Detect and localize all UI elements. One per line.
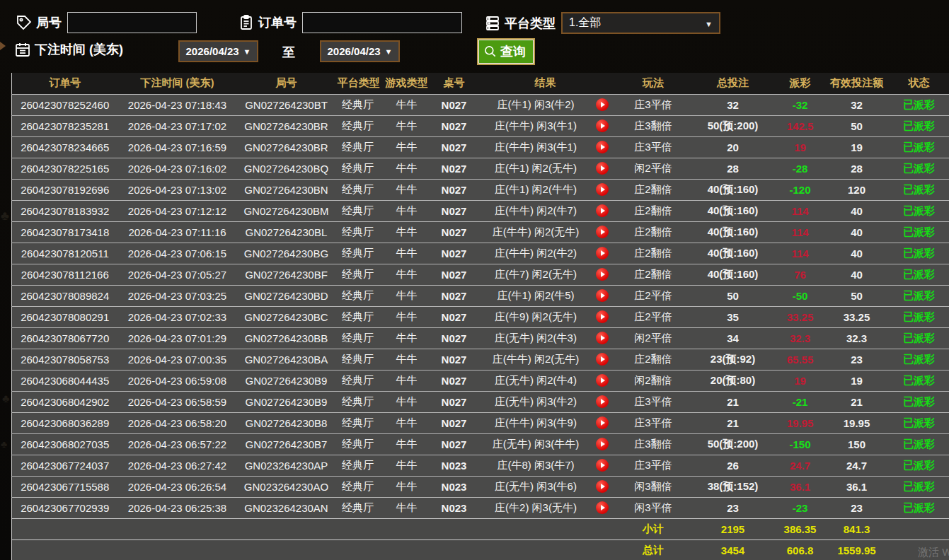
records-table: 订单号 下注时间 (美东) 局号 平台类型 游戏类型 桌号 结果 玩法 总投注 … — [11, 73, 949, 560]
table-no-cell: N027 — [434, 370, 475, 391]
table-no-cell: N027 — [434, 179, 475, 200]
valid-bet-cell: 40 — [825, 221, 889, 243]
payout-cell: 65.55 — [776, 349, 825, 370]
play-video-icon[interactable] — [596, 416, 609, 429]
date-from-picker[interactable]: 2026/04/23▼ — [178, 40, 258, 62]
game-type-cell: 牛牛 — [380, 391, 434, 412]
total-bet-cell: 38(预:152) — [691, 476, 776, 497]
game-type-cell: 牛牛 — [380, 221, 434, 243]
play-video-icon[interactable] — [596, 226, 609, 238]
play-video-icon[interactable] — [596, 501, 609, 514]
play-video-icon[interactable] — [596, 459, 609, 472]
order-id-cell: 260423067715588 — [12, 476, 118, 497]
status-badge: 已派彩 — [889, 179, 949, 200]
table-no-cell: N023 — [434, 455, 475, 476]
table-no-cell: N027 — [434, 264, 475, 285]
table-no-cell: N027 — [434, 327, 475, 349]
play-video-icon[interactable] — [596, 480, 609, 493]
bet-time-cell: 2026-04-23 06:57:22 — [118, 433, 237, 455]
platform-cell: 经典厅 — [336, 221, 380, 243]
game-type-cell: 牛牛 — [380, 433, 434, 455]
play-video-icon[interactable] — [596, 395, 609, 408]
status-badge: 已派彩 — [889, 243, 949, 264]
play-type-cell: 庄2翻倍 — [616, 221, 691, 243]
play-video-icon[interactable] — [596, 119, 609, 132]
table-row: 260423078192696 2026-04-23 07:13:02 GN02… — [12, 179, 949, 200]
platform-type-select[interactable]: 1.全部 ▼ — [561, 12, 720, 34]
game-type-cell: 牛牛 — [380, 285, 434, 306]
play-video-icon[interactable] — [596, 141, 609, 153]
round-id-input[interactable] — [67, 12, 197, 33]
table-row: 260423078112166 2026-04-23 07:05:27 GN02… — [12, 264, 949, 285]
platform-type-selected-value: 1.全部 — [569, 16, 601, 30]
play-video-icon[interactable] — [596, 289, 609, 302]
col-header-order-id: 订单号 — [12, 73, 118, 94]
play-video-icon[interactable] — [596, 332, 609, 344]
order-id-cell: 260423078252460 — [12, 94, 118, 115]
game-type-cell: 牛牛 — [380, 179, 434, 200]
table-no-cell: N023 — [434, 476, 475, 497]
play-video-icon[interactable] — [596, 183, 609, 196]
play-video-icon[interactable] — [596, 268, 609, 281]
valid-bet-cell: 32 — [825, 94, 889, 115]
status-badge: 已派彩 — [889, 391, 949, 412]
play-video-icon[interactable] — [596, 247, 609, 259]
play-video-icon[interactable] — [596, 162, 609, 175]
tag-icon — [16, 14, 33, 31]
play-type-cell: 闲2平倍 — [616, 158, 691, 179]
bet-time-cell: 2026-04-23 07:00:35 — [118, 349, 237, 370]
total-bet-cell: 32 — [691, 94, 776, 115]
payout-cell: -23 — [776, 497, 825, 518]
order-id-input[interactable] — [302, 12, 462, 33]
col-header-platform: 平台类型 — [336, 73, 380, 94]
play-video-icon[interactable] — [596, 438, 609, 450]
round-id-cell: GN027264230BD — [237, 285, 336, 306]
total-payout: 606.8 — [776, 539, 825, 560]
valid-bet-cell: 40 — [825, 243, 889, 264]
round-id-cell: GN027264230BN — [237, 179, 336, 200]
order-id-label: 订单号 — [258, 14, 297, 31]
table-row: 260423068044435 2026-04-23 06:59:08 GN02… — [12, 370, 949, 391]
subtotal-row: 小计 2195 386.35 841.3 — [12, 518, 949, 539]
order-id-cell: 260423078089824 — [12, 285, 118, 306]
play-type-cell: 闲2翻倍 — [616, 370, 691, 391]
round-id-cell: GN027264230BA — [237, 349, 336, 370]
play-video-icon[interactable] — [596, 374, 609, 387]
round-id-cell: GN027264230B8 — [237, 412, 336, 433]
result-text: 庄(无牛) 闲2(牛3) — [476, 332, 596, 345]
date-to-picker[interactable]: 2026/04/23▼ — [320, 40, 400, 62]
play-video-icon[interactable] — [596, 98, 609, 111]
total-row: 总计 3454 606.8 1559.95 — [12, 539, 949, 560]
table-no-cell: N027 — [434, 306, 475, 327]
valid-bet-cell: 120 — [825, 179, 889, 200]
play-type-cell: 庄3平倍 — [616, 412, 691, 433]
play-video-icon[interactable] — [596, 310, 609, 323]
payout-cell: 114 — [776, 221, 825, 243]
status-badge: 已派彩 — [889, 200, 949, 221]
bet-time-cell: 2026-04-23 07:11:16 — [118, 221, 237, 243]
col-header-play-type: 玩法 — [616, 73, 691, 94]
total-bet-cell: 21 — [691, 391, 776, 412]
result-text: 庄(无牛) 闲3(牛6) — [476, 480, 596, 494]
valid-bet-cell: 19 — [825, 136, 889, 158]
order-filter-group: 订单号 — [238, 12, 462, 33]
table-row: 260423068042902 2026-04-23 06:58:59 GN02… — [12, 391, 949, 412]
play-type-cell: 闲3翻倍 — [616, 476, 691, 497]
payout-cell: 24.7 — [776, 455, 825, 476]
table-no-cell: N023 — [434, 497, 475, 518]
platform-cell: 经典厅 — [336, 200, 380, 221]
total-bet-cell: 23(预:92) — [691, 349, 776, 370]
platform-cell: 经典厅 — [336, 94, 380, 115]
platform-type-icon — [484, 15, 501, 32]
table-row: 260423078235281 2026-04-23 07:17:02 GN02… — [12, 115, 949, 136]
game-type-cell: 牛牛 — [380, 158, 434, 179]
query-button[interactable]: 查询 — [478, 40, 534, 64]
round-id-cell: GN027264230BM — [237, 200, 336, 221]
table-row: 260423078058753 2026-04-23 07:00:35 GN02… — [12, 349, 949, 370]
result-cell: 庄(牛牛) 闲2(牛7) — [475, 200, 616, 221]
platform-cell: 经典厅 — [336, 264, 380, 285]
platform-cell: 经典厅 — [336, 306, 380, 327]
total-bet-cell: 40(预:160) — [691, 243, 776, 264]
play-video-icon[interactable] — [596, 353, 609, 366]
play-video-icon[interactable] — [596, 204, 609, 217]
